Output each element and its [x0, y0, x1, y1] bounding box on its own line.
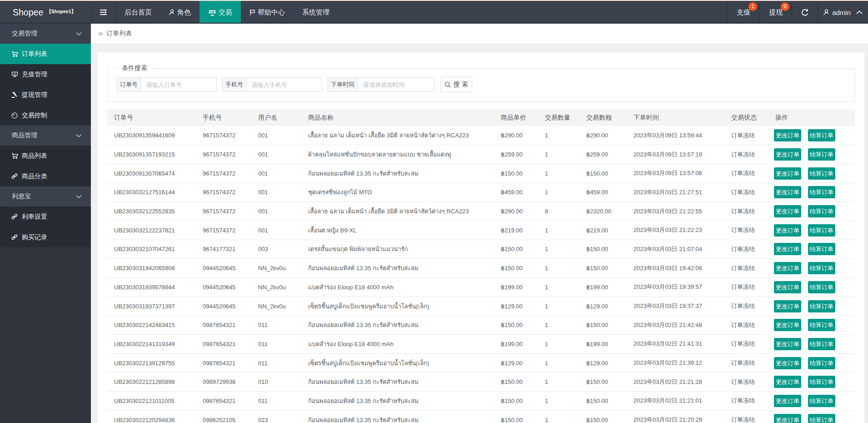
cell-product: แบตสำรอง Eloop E18 4000 mAh [301, 278, 494, 297]
sidebar-item-withdraw-mgmt[interactable]: 提现管理 [0, 85, 91, 105]
cell-time: 2023年03月09日 13:59:44 [627, 126, 724, 145]
update-order-button[interactable]: 更改订单 [774, 205, 801, 217]
cell-actions: 更改订单 结算订单 [768, 221, 855, 240]
cell-order-no: UB2303031942065908 [107, 259, 196, 278]
update-order-button[interactable]: 更改订单 [774, 167, 801, 180]
sidebar-item-recharge-mgmt[interactable]: 充值管理 [0, 64, 91, 85]
phone-input[interactable] [246, 77, 322, 92]
topmenu-item-home[interactable]: 后台首页 [116, 1, 160, 24]
update-order-button[interactable]: 更改订单 [774, 281, 801, 293]
sidebar-toggle-button[interactable] [91, 1, 116, 24]
admin-user-menu[interactable]: admin [818, 1, 868, 24]
double-chevron-right-icon: » [98, 29, 103, 37]
update-order-button[interactable]: 更改订单 [774, 376, 801, 388]
cell-product: ผ้าคลุมไหล่แฟชั่นปักขอบลวดลายตามแบบ ชายเ… [301, 145, 494, 164]
cell-actions: 更改订单 结算订单 [768, 183, 855, 202]
cell-actions: 更改订单 结算订单 [768, 353, 855, 373]
cell-product: ก้อนพลอยอเมทิสต์ 13.35 กะรัตสำหรับสะสม [301, 410, 494, 423]
cell-time: 2023年03月09日 13:57:19 [627, 145, 724, 164]
update-order-button[interactable]: 更改订单 [774, 262, 801, 274]
sidebar-group-product[interactable]: 商品管理 [0, 126, 91, 146]
search-button[interactable]: 搜 索 [440, 77, 472, 92]
cell-actions: 更改订单 结算订单 [768, 410, 855, 423]
admin-user-icon [823, 9, 829, 15]
cell-time: 2023年03月09日 13:57:06 [627, 164, 724, 183]
settle-order-button[interactable]: 结算订单 [808, 186, 835, 198]
settle-order-button[interactable]: 结算订单 [808, 129, 835, 141]
order-time-input[interactable] [357, 77, 434, 92]
cell-price: ฿129.00 [494, 353, 538, 373]
update-order-button[interactable]: 更改订单 [774, 414, 801, 423]
col-header-time: 下单时间 [627, 109, 724, 126]
update-order-button[interactable]: 更改订单 [774, 338, 801, 350]
sidebar-group-trade[interactable]: 交易管理 [0, 24, 91, 44]
settle-order-button[interactable]: 结算订单 [808, 338, 835, 350]
settle-order-button[interactable]: 结算订单 [808, 148, 835, 161]
settle-order-button[interactable]: 结算订单 [808, 395, 835, 407]
search-button-label: 搜 索 [454, 81, 468, 89]
settle-order-button[interactable]: 结算订单 [808, 281, 835, 293]
cell-product: ก้อนพลอยอเมทิสต์ 13.35 กะรัตสำหรับสะสม [301, 259, 494, 278]
settle-order-button[interactable]: 结算订单 [808, 376, 835, 388]
sidebar-item-rate-settings[interactable]: 利率设置 [0, 206, 91, 227]
refresh-button[interactable] [792, 1, 818, 24]
sidebar-group-interest[interactable]: 利息宝 [0, 186, 91, 206]
brand-logo[interactable]: Shopee 【Shopee1】 [0, 1, 91, 24]
topmenu-item-system[interactable]: 系统管理 [294, 1, 338, 24]
update-order-button[interactable]: 更改订单 [774, 395, 801, 407]
cell-time: 2023年03月02日 21:20:29 [627, 410, 724, 423]
header-right-group: 充值 1 提现 8 admin [727, 1, 868, 24]
settle-order-button[interactable]: 结算订单 [808, 224, 835, 237]
cell-phone: 9671574372 [196, 126, 251, 145]
withdraw-button[interactable]: 提现 8 [759, 1, 792, 24]
topmenu-item-trade[interactable]: 交易 [200, 1, 241, 24]
settle-order-button[interactable]: 结算订单 [808, 319, 835, 331]
order-no-input[interactable] [140, 77, 217, 92]
cell-status: 订单冻结 [724, 392, 768, 411]
cell-status: 订单冻结 [724, 145, 768, 164]
update-order-button[interactable]: 更改订单 [774, 186, 801, 198]
update-order-button[interactable]: 更改订单 [774, 224, 801, 237]
cell-phone: 9671574372 [196, 164, 251, 183]
topmenu-help-label: 帮助中心 [258, 8, 285, 17]
cell-product: เสื้อนศ.หญิง B9-XL [301, 221, 494, 240]
recharge-button[interactable]: 充值 1 [727, 1, 759, 24]
update-order-button[interactable]: 更改订单 [774, 357, 801, 369]
recharge-label: 充值 [737, 8, 750, 16]
cell-phone: 9671574372 [196, 202, 251, 221]
settle-order-button[interactable]: 结算订单 [808, 357, 835, 369]
search-row: 订单号 手机号 下单时间 搜 索 [117, 77, 845, 92]
settle-order-button[interactable]: 结算订单 [808, 167, 835, 180]
cell-status: 订单冻结 [724, 353, 768, 373]
settle-order-button[interactable]: 结算订单 [808, 205, 835, 217]
cell-time: 2023年03月03日 19:37:37 [627, 297, 724, 316]
update-order-button[interactable]: 更改订单 [774, 129, 801, 141]
gauge-icon [11, 112, 18, 119]
sidebar-item-product-list[interactable]: 商品列表 [0, 146, 91, 166]
topmenu-item-roles[interactable]: 角色 [160, 1, 200, 24]
update-order-button[interactable]: 更改订单 [774, 319, 801, 331]
sidebar-item-trade-control[interactable]: 交易控制 [0, 105, 91, 126]
cell-order-no: UB2303032122237821 [107, 221, 196, 240]
sidebar-item-purchase-records[interactable]: 购买记录 [0, 227, 91, 247]
cell-amount: ฿219.00 [579, 221, 627, 240]
sidebar-item-order-list[interactable]: 订单列表 [0, 44, 91, 64]
cell-product: เซ็ต5ชิ้นสบู่เด็กแป้งแชมพูครีมอาบน้ำโลชั… [301, 353, 494, 373]
sidebar-group-product-label: 商品管理 [12, 131, 37, 140]
update-order-button[interactable]: 更改订单 [774, 148, 801, 161]
cell-amount: ฿259.00 [579, 145, 627, 164]
cell-phone: 9671574372 [196, 221, 251, 240]
settle-order-button[interactable]: 结算订单 [808, 262, 835, 274]
topmenu-item-help[interactable]: 帮助中心 [241, 1, 294, 24]
settle-order-button[interactable]: 结算订单 [808, 414, 835, 423]
sidebar-item-product-category[interactable]: 商品分类 [0, 166, 91, 186]
cell-product: เสื้อลาย ฉลาม เต็มหน้า เสื้อยืด 3มิติ ลา… [301, 202, 494, 221]
cell-product: ก้อนพลอยอเมทิสต์ 13.35 กะรัตสำหรับสะสม [301, 392, 494, 411]
cell-user: 003 [251, 240, 301, 259]
cell-qty: 1 [538, 353, 579, 373]
settle-order-button[interactable]: 结算订单 [808, 300, 835, 312]
update-order-button[interactable]: 更改订单 [774, 243, 801, 255]
cell-actions: 更改订单 结算订单 [768, 240, 855, 259]
update-order-button[interactable]: 更改订单 [774, 300, 801, 312]
settle-order-button[interactable]: 结算订单 [808, 243, 835, 255]
